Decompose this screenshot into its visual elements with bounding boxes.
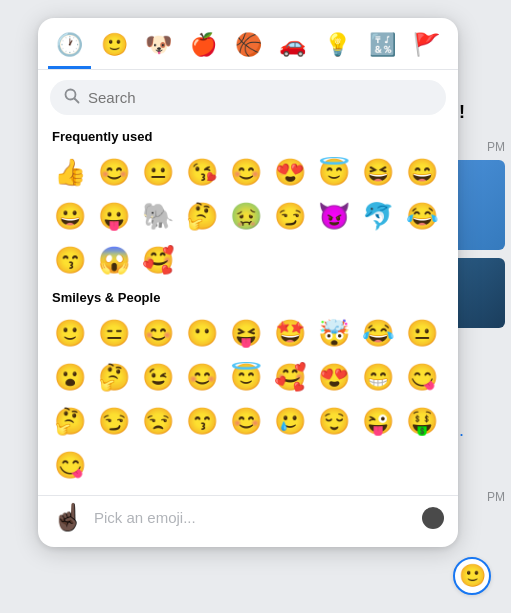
emoji-cell[interactable]: 😐 bbox=[136, 150, 180, 194]
emoji-cell[interactable]: 🥲 bbox=[268, 399, 312, 443]
pick-emoji-bar: ☝🏿 Pick an emoji... bbox=[38, 495, 458, 535]
emoji-cell[interactable]: 😆 bbox=[356, 150, 400, 194]
emoji-cell[interactable]: 🐘 bbox=[136, 194, 180, 238]
emoji-cell[interactable]: 😏 bbox=[268, 194, 312, 238]
search-icon bbox=[64, 88, 80, 107]
pm-badge-2: PM bbox=[487, 490, 505, 504]
emoji-cell[interactable]: 😊 bbox=[224, 150, 268, 194]
emoji-cell[interactable]: 🤯 bbox=[312, 311, 356, 355]
emoji-trigger-button[interactable]: 🙂 bbox=[453, 557, 491, 595]
activities-icon: 🏀 bbox=[235, 32, 262, 58]
emoji-cell[interactable]: 😶 bbox=[180, 311, 224, 355]
tab-symbols[interactable]: 🔣 bbox=[361, 26, 404, 69]
emoji-cell[interactable]: 😈 bbox=[312, 194, 356, 238]
travel-icon: 🚗 bbox=[279, 32, 306, 58]
frequently-used-label: Frequently used bbox=[38, 123, 458, 148]
emoji-cell[interactable]: 😏 bbox=[92, 399, 136, 443]
smileys-icon: 🙂 bbox=[101, 32, 128, 58]
emoji-cell[interactable]: 😀 bbox=[48, 194, 92, 238]
category-tabs: 🕐 🙂 🐶 🍎 🏀 🚗 💡 🔣 🚩 bbox=[38, 18, 458, 70]
emoji-cell[interactable]: 😊 bbox=[180, 355, 224, 399]
emoji-cell[interactable]: 😝 bbox=[224, 311, 268, 355]
frequently-used-grid: 👍 😊 😐 😘 😊 😍 😇 😆 😄 😀 😛 🐘 🤔 🤢 😏 😈 🐬 😂 😙 😱 … bbox=[38, 148, 458, 284]
pointing-finger-icon: ☝🏿 bbox=[52, 502, 84, 533]
emoji-cell[interactable]: 😐 bbox=[400, 311, 444, 355]
tab-animals[interactable]: 🐶 bbox=[137, 26, 180, 69]
skin-tone-selector[interactable] bbox=[422, 507, 444, 529]
emoji-cell[interactable]: 😊 bbox=[136, 311, 180, 355]
emoji-cell[interactable]: 😛 bbox=[92, 194, 136, 238]
flags-icon: 🚩 bbox=[413, 32, 440, 58]
animals-icon: 🐶 bbox=[145, 32, 172, 58]
pick-emoji-placeholder: Pick an emoji... bbox=[94, 509, 412, 526]
tab-travel[interactable]: 🚗 bbox=[271, 26, 314, 69]
emoji-cell[interactable]: 😘 bbox=[180, 150, 224, 194]
search-input[interactable] bbox=[88, 89, 432, 106]
emoji-cell[interactable]: 😇 bbox=[312, 150, 356, 194]
emoji-picker: 🕐 🙂 🐶 🍎 🏀 🚗 💡 🔣 🚩 bbox=[38, 18, 458, 547]
tab-activities[interactable]: 🏀 bbox=[227, 26, 270, 69]
emoji-cell[interactable]: 😂 bbox=[356, 311, 400, 355]
recent-icon: 🕐 bbox=[56, 32, 83, 58]
emoji-cell[interactable]: 😒 bbox=[136, 399, 180, 443]
tab-flags[interactable]: 🚩 bbox=[405, 26, 448, 69]
emoji-cell[interactable]: 😙 bbox=[48, 238, 92, 282]
exclamation-mark: ! bbox=[459, 102, 465, 123]
emoji-cell[interactable]: 🥰 bbox=[136, 238, 180, 282]
emoji-cell[interactable]: 😇 bbox=[224, 355, 268, 399]
search-input-wrapper bbox=[50, 80, 446, 115]
emoji-cell[interactable]: 🐬 bbox=[356, 194, 400, 238]
emoji-cell[interactable]: 😑 bbox=[92, 311, 136, 355]
tab-food[interactable]: 🍎 bbox=[182, 26, 225, 69]
emoji-cell[interactable]: 😂 bbox=[400, 194, 444, 238]
emoji-cell[interactable]: 😙 bbox=[180, 399, 224, 443]
emoji-cell[interactable]: 😊 bbox=[224, 399, 268, 443]
smiley-face-icon: 🙂 bbox=[459, 563, 486, 589]
emoji-cell[interactable]: 😍 bbox=[312, 355, 356, 399]
symbols-icon: 🔣 bbox=[369, 32, 396, 58]
emoji-cell[interactable]: 👍 bbox=[48, 150, 92, 194]
emoji-cell[interactable]: 😮 bbox=[48, 355, 92, 399]
emoji-cell[interactable]: 😁 bbox=[356, 355, 400, 399]
food-icon: 🍎 bbox=[190, 32, 217, 58]
emoji-cell[interactable]: 🤔 bbox=[180, 194, 224, 238]
emoji-cell[interactable]: 😄 bbox=[400, 150, 444, 194]
tab-smileys[interactable]: 🙂 bbox=[93, 26, 136, 69]
emoji-cell[interactable]: 😋 bbox=[48, 443, 92, 487]
smileys-people-label: Smileys & People bbox=[38, 284, 458, 309]
emoji-cell[interactable]: 🤔 bbox=[48, 399, 92, 443]
emoji-cell[interactable]: 🥰 bbox=[268, 355, 312, 399]
search-bar bbox=[50, 80, 446, 115]
emoji-cell[interactable]: 🤢 bbox=[224, 194, 268, 238]
emoji-cell[interactable]: 🙂 bbox=[48, 311, 92, 355]
emoji-cell[interactable]: 🤔 bbox=[92, 355, 136, 399]
emoji-cell[interactable]: 😌 bbox=[312, 399, 356, 443]
emoji-cell[interactable]: 😜 bbox=[356, 399, 400, 443]
tab-recent[interactable]: 🕐 bbox=[48, 26, 91, 69]
emoji-cell[interactable]: 😍 bbox=[268, 150, 312, 194]
objects-icon: 💡 bbox=[324, 32, 351, 58]
pm-badge-1: PM bbox=[487, 140, 505, 154]
emoji-cell[interactable]: 🤩 bbox=[268, 311, 312, 355]
svg-line-1 bbox=[75, 99, 79, 103]
emoji-cell[interactable]: 😊 bbox=[92, 150, 136, 194]
emoji-cell[interactable]: 😉 bbox=[136, 355, 180, 399]
emoji-cell[interactable]: 🤑 bbox=[400, 399, 444, 443]
emoji-cell[interactable]: 😋 bbox=[400, 355, 444, 399]
emoji-cell[interactable]: 😱 bbox=[92, 238, 136, 282]
smileys-grid: 🙂 😑 😊 😶 😝 🤩 🤯 😂 😐 😮 🤔 😉 😊 😇 🥰 😍 😁 😋 🤔 😏 … bbox=[38, 309, 458, 489]
tab-objects[interactable]: 💡 bbox=[316, 26, 359, 69]
